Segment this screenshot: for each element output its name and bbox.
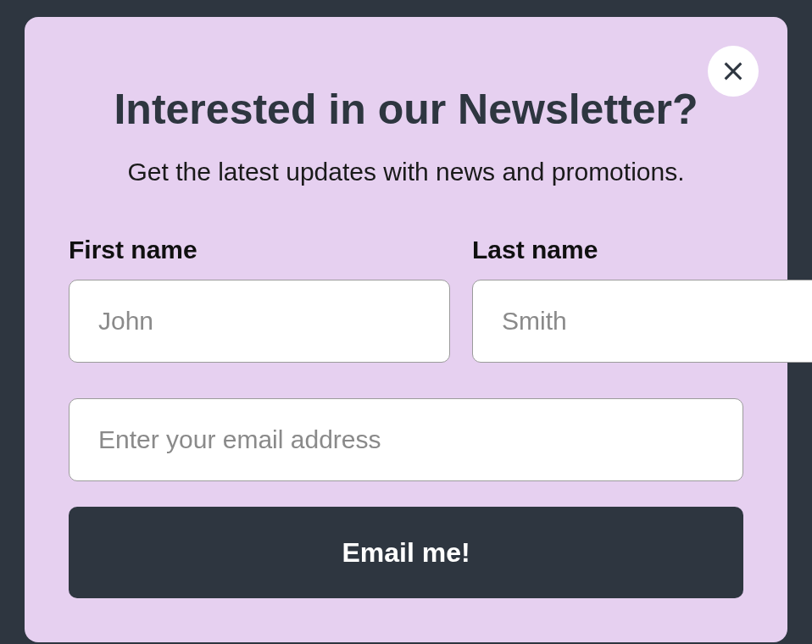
first-name-label: First name: [69, 236, 450, 264]
last-name-field: Last name: [472, 236, 812, 363]
close-button[interactable]: [708, 46, 759, 97]
modal-title: Interested in our Newsletter?: [69, 85, 743, 134]
last-name-label: Last name: [472, 236, 812, 264]
first-name-field: First name: [69, 236, 450, 363]
name-row: First name Last name: [69, 236, 743, 363]
newsletter-modal: Interested in our Newsletter? Get the la…: [25, 17, 787, 642]
close-icon: [721, 59, 745, 83]
first-name-input[interactable]: [69, 280, 450, 363]
modal-subtitle: Get the latest updates with news and pro…: [69, 158, 743, 186]
email-input[interactable]: [69, 398, 743, 481]
last-name-input[interactable]: [472, 280, 812, 363]
submit-button[interactable]: Email me!: [69, 507, 743, 598]
